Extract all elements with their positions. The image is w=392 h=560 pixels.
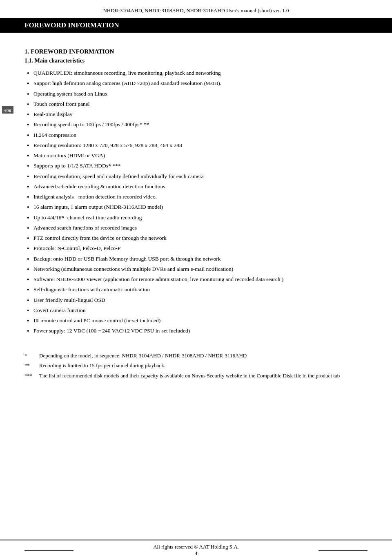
list-item: Operating system based on Linux <box>24 90 368 98</box>
features-list: QUADRUPLEX: simultaneous recording, live… <box>24 69 368 335</box>
section-number: 1. FOREWORD INFORMATION <box>24 48 368 55</box>
page-container: NHDR-3104AHD, NHDR-3108AHD, NHDR-3116AHD… <box>0 0 392 560</box>
footer-line-right <box>318 550 368 551</box>
list-item: Self-diagnostic functions with automatic… <box>24 286 368 294</box>
list-item: PTZ control directly from the device or … <box>24 234 368 242</box>
list-item: User friendly multi-lingual OSD <box>24 296 368 304</box>
list-item: Advanced search functions of recorded im… <box>24 224 368 232</box>
content-area: eng 1. FOREWORD INFORMATION 1.1. Main ch… <box>0 33 392 540</box>
list-item: 16 alarm inputs, 1 alarm output (NHDR-31… <box>24 203 368 211</box>
header-text: NHDR-3104AHD, NHDR-3108AHD, NHDR-3116AHD… <box>103 7 289 13</box>
subsection-heading: 1.1. Main characteristics <box>24 58 368 64</box>
list-item: QUADRUPLEX: simultaneous recording, live… <box>24 69 368 77</box>
footnote-text-3: The list of recommended disk models and … <box>39 372 368 380</box>
list-item: IR remote control and PC mouse control (… <box>24 317 368 325</box>
footnote-2: ** Recording is limited to 15 fps per ch… <box>24 361 368 370</box>
list-item: Covert camera function <box>24 306 368 315</box>
footer-copyright: All rights reserved © AAT Holding S.A. <box>153 544 239 550</box>
footnote-text-2: Recording is limited to 15 fps per chann… <box>39 361 368 370</box>
list-item: Backup: onto HDD or USB Flash Memory thr… <box>24 255 368 263</box>
footnotes-section: * Depending on the model, in sequence: N… <box>24 348 368 380</box>
sidebar: eng <box>0 33 16 540</box>
footnote-marker-1: * <box>24 352 39 360</box>
footnote-marker-3: *** <box>24 372 39 380</box>
list-item: Touch control front panel <box>24 100 368 108</box>
list-item: Recording resolution: 1280 x 720, 928 x … <box>24 141 368 149</box>
list-item: Up to 4/4/16* -channel real-time audio r… <box>24 214 368 222</box>
page-header: NHDR-3104AHD, NHDR-3108AHD, NHDR-3116AHD… <box>0 0 392 18</box>
page-footer: All rights reserved © AAT Holding S.A. 4 <box>0 540 392 560</box>
list-item: Advanced schedule recording & motion det… <box>24 183 368 191</box>
list-item: Main monitors (HDMI or VGA) <box>24 152 368 160</box>
footer-line-left <box>24 550 74 551</box>
footnote-1: * Depending on the model, in sequence: N… <box>24 352 368 360</box>
list-item: Software: NHDR-5000 Viewer (application … <box>24 275 368 283</box>
list-item: Protocols: N-Control, Pelco-D, Pelco-P <box>24 244 368 252</box>
footer-center: All rights reserved © AAT Holding S.A. 4 <box>153 544 239 557</box>
list-item: Recording resolution, speed and quality … <box>24 172 368 181</box>
list-item: Supports up to 1/1/2 SATA HDDs* *** <box>24 162 368 170</box>
section-title-bar: FOREWORD INFORMATION <box>0 18 392 33</box>
list-item: Recording speed: up to 100fps / 200fps /… <box>24 120 368 129</box>
footnote-3: *** The list of recommended disk models … <box>24 372 368 380</box>
language-indicator: eng <box>2 106 14 114</box>
footnote-marker-2: ** <box>24 361 39 370</box>
main-content: 1. FOREWORD INFORMATION 1.1. Main charac… <box>16 33 392 540</box>
page-number: 4 <box>153 550 239 557</box>
footnote-text-1: Depending on the model, in sequence: NHD… <box>39 352 368 360</box>
list-item: Support high definition analog cameras (… <box>24 79 368 87</box>
list-item: Real-time display <box>24 110 368 118</box>
list-item: Networking (simultaneous connections wit… <box>24 265 368 273</box>
section-title-text: FOREWORD INFORMATION <box>24 21 119 29</box>
list-item: Inteligent analysis - motion detection i… <box>24 193 368 201</box>
list-item: H.264 compression <box>24 131 368 139</box>
list-item: Power supply: 12 VDC (100 ~ 240 VAC/12 V… <box>24 327 368 335</box>
